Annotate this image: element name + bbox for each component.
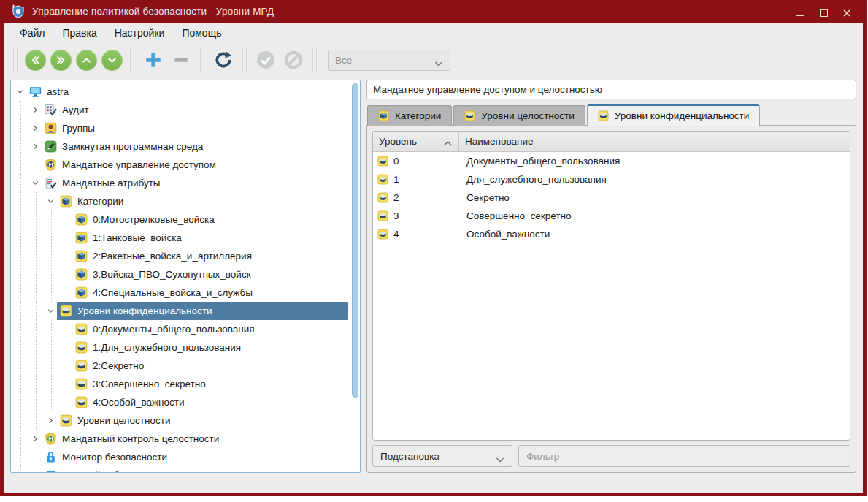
tree-indent-guide: [14, 229, 29, 247]
toolbar-separator: [13, 48, 18, 72]
menu-settings[interactable]: Настройки: [107, 25, 172, 41]
filter-input[interactable]: [518, 445, 850, 467]
column-header-level[interactable]: Уровень: [373, 132, 459, 151]
tree-item[interactable]: Аудит: [14, 101, 348, 119]
tree-item[interactable]: Группы: [14, 119, 348, 137]
tree-indent-guide: [29, 265, 45, 284]
nav-down-button[interactable]: [101, 50, 123, 71]
cell-level: 3: [373, 210, 459, 221]
add-button[interactable]: [142, 48, 165, 72]
table-row[interactable]: 0Документы_общего_пользования: [373, 152, 850, 170]
column-header-name[interactable]: Наименование: [459, 132, 539, 151]
expand-arrow-icon[interactable]: [29, 433, 42, 445]
level-icon: [75, 378, 88, 390]
tree-item[interactable]: 1:Танковые_войска: [14, 229, 348, 247]
block-circle-icon: [284, 50, 303, 69]
tree-item-content: 4:Специальные_войска_и_службы: [72, 284, 348, 302]
scope-combo[interactable]: Все: [328, 50, 450, 71]
tree-item[interactable]: 3:Совершенно_секретно: [14, 375, 348, 393]
tree-item[interactable]: Мандатные атрибуты: [14, 174, 348, 192]
collapse-arrow-icon[interactable]: [14, 85, 26, 98]
toolbar-separator: [312, 48, 317, 72]
tab-integrity-levels[interactable]: Уровни целостности: [453, 105, 585, 126]
refresh-button[interactable]: [212, 48, 235, 72]
tree-item-label: Настройки безопасности: [62, 470, 175, 473]
tree-item[interactable]: Уровни конфиденциальности: [14, 302, 348, 320]
tree-indent-guide: [45, 357, 60, 375]
tree-item[interactable]: astra: [14, 83, 348, 101]
tree-item-label: Мандатный контроль целостности: [62, 433, 219, 444]
tree-item[interactable]: Категории: [14, 192, 348, 210]
tree-indent-guide: [14, 393, 29, 411]
expander-placeholder: [60, 396, 72, 408]
double-chevron-left-icon: [30, 55, 41, 66]
tab-confidentiality-levels[interactable]: Уровни конфиденциальности: [587, 104, 761, 126]
level-icon: [60, 305, 72, 317]
close-button[interactable]: [841, 6, 853, 18]
table-row[interactable]: 2Секретно: [373, 189, 850, 207]
description-field[interactable]: [366, 80, 856, 99]
cell-level: 2: [373, 192, 459, 203]
tree-item[interactable]: 0:Мотострелковые_войска: [14, 210, 348, 229]
nav-up-button[interactable]: [76, 50, 97, 71]
tree-indent-guide: [29, 302, 45, 320]
maximize-button[interactable]: [818, 6, 829, 18]
table-row[interactable]: 1Для_служебного_пользования: [373, 170, 850, 189]
tree-item-content: 0:Документы_общего_пользования: [72, 320, 348, 338]
tree-item-label: 1:Танковые_войска: [93, 232, 182, 243]
tree-item[interactable]: Замкнутая программная среда: [14, 137, 348, 156]
tree-item[interactable]: Монитор безопасности: [14, 448, 348, 466]
tree-indent-guide: [14, 174, 29, 192]
expand-arrow-icon[interactable]: [29, 140, 42, 153]
collapse-arrow-icon[interactable]: [29, 177, 42, 189]
cell-level: 0: [373, 156, 459, 167]
level-icon: [60, 414, 72, 427]
menu-edit[interactable]: Правка: [55, 25, 104, 41]
table-row[interactable]: 3Совершенно_секретно: [373, 207, 850, 225]
expand-arrow-icon[interactable]: [29, 469, 42, 473]
menu-file[interactable]: Файл: [12, 25, 52, 41]
groups-icon: [45, 122, 57, 134]
tab-categories[interactable]: Категории: [367, 105, 452, 126]
expand-arrow-icon[interactable]: [29, 104, 42, 116]
tree-indent-guide: [14, 284, 29, 302]
substitution-combo[interactable]: Подстановка: [372, 445, 512, 467]
tree-item-label: 2:Ракетные_войска_и_артиллерия: [93, 251, 252, 262]
expand-arrow-icon[interactable]: [29, 122, 42, 134]
collapse-arrow-icon[interactable]: [45, 305, 57, 317]
level-icon: [75, 323, 88, 335]
tree-item-content: Категории: [57, 192, 348, 210]
collapse-arrow-icon[interactable]: [45, 195, 57, 208]
level-value: 2: [393, 192, 399, 203]
tree-item-content: 0:Мотострелковые_войска: [72, 210, 348, 229]
tree-indent-guide: [14, 466, 29, 473]
chevron-down-icon: [107, 55, 118, 66]
tree-item[interactable]: 4:Специальные_войска_и_службы: [14, 284, 348, 302]
tree-scrollbar-thumb[interactable]: [352, 83, 358, 398]
plus-icon: [144, 50, 163, 69]
tree-indent-guide: [29, 192, 45, 210]
window-title: Управление политикой безопасности - Уров…: [32, 6, 274, 17]
nav-last-button[interactable]: [50, 50, 72, 71]
tree-item[interactable]: 4:Особой_важности: [14, 393, 348, 411]
tree-item[interactable]: 3:Войска_ПВО_Сухопутных_войск: [14, 265, 348, 284]
tree-item[interactable]: 1:Для_служебного_пользования: [14, 338, 348, 357]
tree-item[interactable]: Мандатный контроль целостности: [14, 430, 348, 448]
tree-indent-guide: [14, 430, 29, 448]
tree-item[interactable]: 0:Документы_общего_пользования: [14, 320, 348, 338]
tree-item[interactable]: 2:Секретно: [14, 357, 348, 375]
menu-help[interactable]: Помощь: [174, 25, 228, 41]
tree-item[interactable]: Уровни целостности: [14, 411, 348, 430]
tab-bar: КатегорииУровни целостностиУровни конфид…: [366, 105, 856, 126]
tree-indent-guide: [14, 265, 29, 284]
table-row[interactable]: 4Особой_важности: [373, 225, 850, 243]
tree-item[interactable]: 2:Ракетные_войска_и_артиллерия: [14, 247, 348, 265]
expand-arrow-icon[interactable]: [45, 414, 57, 427]
tree-item-content: Уровни целостности: [57, 411, 348, 430]
double-chevron-right-icon: [55, 55, 66, 66]
tree-item[interactable]: Настройки безопасности: [14, 466, 348, 473]
tree-item[interactable]: Мандатное управление доступом: [14, 156, 348, 174]
cell-name: Особой_важности: [459, 229, 557, 240]
nav-first-button[interactable]: [25, 50, 46, 71]
minimize-button[interactable]: [794, 6, 806, 18]
